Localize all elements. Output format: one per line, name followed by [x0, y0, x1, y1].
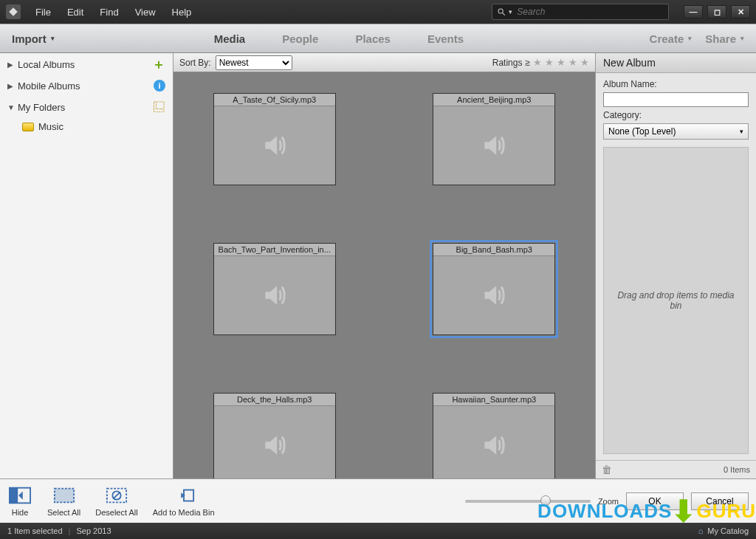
cancel-button[interactable]: Cancel: [691, 492, 749, 510]
menu-find[interactable]: Find: [92, 4, 126, 21]
search-icon: [497, 7, 506, 17]
media-bin-drop-area[interactable]: Drag and drop items to media bin: [603, 147, 749, 454]
svg-point-1: [498, 9, 503, 13]
chevron-down-icon: ▾: [51, 35, 55, 42]
thumbnail-item[interactable]: A_Taste_Of_Sicily.mp3: [213, 93, 336, 185]
deselect-all-icon: [104, 486, 129, 505]
deselect-all-button[interactable]: Deselect All: [95, 486, 137, 517]
slider-knob[interactable]: [540, 495, 551, 506]
menu-help[interactable]: Help: [165, 4, 199, 21]
tab-events[interactable]: Events: [416, 30, 475, 48]
audio-icon: [433, 406, 554, 478]
sort-by-select[interactable]: Newest: [216, 55, 292, 70]
thumbnail-filename: Hawaiian_Saunter.mp3: [433, 394, 554, 406]
thumbnail-item[interactable]: Big_Band_Bash.mp3: [433, 243, 555, 335]
thumbnail-filename: Big_Band_Bash.mp3: [433, 244, 554, 256]
sidebar-subitem-music[interactable]: Music: [0, 118, 173, 135]
tree-view-icon[interactable]: ⿺: [152, 100, 165, 114]
thumbnail-item[interactable]: Deck_the_Halls.mp3: [213, 393, 336, 478]
left-sidebar: ▶ Local Albums ＋ ▶ Mobile Albums i ▼ My …: [0, 53, 173, 478]
status-date: Sep 2013: [76, 526, 111, 535]
svg-line-2: [503, 13, 505, 16]
panel-title: New Album: [596, 53, 756, 73]
share-button[interactable]: Share▾: [705, 32, 744, 45]
info-icon[interactable]: i: [154, 80, 165, 92]
ok-button[interactable]: OK: [626, 492, 684, 510]
status-bar: 1 Item selected | Sep 2013 ⌂ My Catalog: [0, 523, 756, 539]
thumbnail-filename: Deck_the_Halls.mp3: [214, 394, 335, 406]
trash-icon[interactable]: 🗑: [602, 464, 612, 476]
select-all-button[interactable]: Select All: [47, 486, 80, 517]
home-icon[interactable]: ⌂: [698, 526, 704, 535]
album-name-label: Album Name:: [603, 79, 749, 89]
window-minimize-button[interactable]: —: [684, 5, 703, 18]
audio-icon: [214, 256, 335, 334]
items-count: 0 Items: [724, 465, 750, 474]
nav-tabs: Media People Places Events: [202, 30, 475, 48]
ratings-label: Ratings: [492, 58, 523, 68]
ratings-operator-icon[interactable]: ≥: [525, 58, 530, 68]
sort-by-label: Sort By:: [179, 58, 211, 68]
thumbnail-filename: Ancient_Beijing.mp3: [433, 94, 554, 106]
action-bar: Hide Select All Deselect All Add to Medi…: [0, 478, 756, 523]
rating-star-5[interactable]: ★: [580, 57, 589, 68]
tab-media[interactable]: Media: [202, 30, 258, 48]
main-area: ▶ Local Albums ＋ ▶ Mobile Albums i ▼ My …: [0, 53, 756, 478]
svg-line-10: [113, 492, 120, 498]
menu-file[interactable]: File: [28, 4, 58, 21]
sidebar-item-local-albums[interactable]: ▶ Local Albums ＋: [0, 53, 173, 75]
category-label: Category:: [603, 110, 749, 120]
rating-star-3[interactable]: ★: [557, 57, 566, 68]
disclosure-triangle-icon: ▶: [7, 82, 18, 90]
menu-view[interactable]: View: [128, 4, 163, 21]
status-selected: 1 Item selected: [7, 526, 63, 535]
import-button[interactable]: Import ▾: [12, 32, 55, 45]
app-logo: [6, 4, 21, 19]
search-box[interactable]: ▾: [492, 4, 669, 20]
thumbnail-grid[interactable]: A_Taste_Of_Sicily.mp3Ancient_Beijing.mp3…: [173, 72, 595, 478]
hide-panel-button[interactable]: Hide: [7, 486, 32, 517]
thumbnail-filename: Bach_Two_Part_Invention_in...: [214, 244, 335, 256]
thumbnail-filename: A_Taste_Of_Sicily.mp3: [214, 94, 335, 106]
window-close-button[interactable]: ✕: [731, 5, 750, 18]
chevron-down-icon: ▾: [688, 35, 692, 42]
rating-star-4[interactable]: ★: [568, 57, 577, 68]
sidebar-item-mobile-albums[interactable]: ▶ Mobile Albums i: [0, 75, 173, 96]
sort-bar: Sort By: Newest Ratings ≥ ★ ★ ★ ★ ★: [173, 53, 595, 72]
tab-places[interactable]: Places: [343, 30, 402, 48]
thumbnail-item[interactable]: Bach_Two_Part_Invention_in...: [213, 243, 336, 335]
svg-marker-5: [18, 491, 23, 499]
category-select[interactable]: None (Top Level) ▾: [603, 123, 749, 140]
status-catalog: My Catalog: [707, 526, 749, 535]
tab-people[interactable]: People: [270, 30, 330, 48]
select-all-icon: [52, 486, 77, 505]
folder-icon: [22, 123, 34, 131]
rating-star-2[interactable]: ★: [545, 57, 554, 68]
svg-rect-4: [10, 487, 18, 503]
add-to-media-bin-button[interactable]: Add to Media Bin: [153, 486, 215, 517]
thumbnail-item[interactable]: Hawaiian_Saunter.mp3: [433, 393, 555, 478]
sidebar-item-my-folders[interactable]: ▼ My Folders ⿺: [0, 96, 173, 118]
window-maximize-button[interactable]: ◻: [707, 5, 726, 18]
svg-rect-6: [55, 488, 74, 502]
zoom-slider[interactable]: [465, 500, 591, 503]
search-input[interactable]: [517, 7, 664, 17]
audio-icon: [214, 106, 335, 185]
rating-star-1[interactable]: ★: [533, 57, 542, 68]
thumbnail-item[interactable]: Ancient_Beijing.mp3: [433, 93, 555, 185]
chevron-down-icon: ▾: [740, 128, 743, 135]
create-button[interactable]: Create▾: [650, 32, 693, 45]
add-to-bin-icon: [171, 486, 196, 505]
disclosure-triangle-icon: ▶: [7, 61, 18, 69]
album-name-input[interactable]: [603, 92, 749, 107]
chevron-down-icon: ▾: [740, 35, 744, 42]
menu-edit[interactable]: Edit: [60, 4, 91, 21]
menubar: File Edit Find View Help ▾ — ◻ ✕: [0, 0, 756, 24]
audio-icon: [433, 106, 554, 185]
audio-icon: [214, 406, 335, 478]
plus-icon[interactable]: ＋: [152, 58, 165, 71]
center-panel: Sort By: Newest Ratings ≥ ★ ★ ★ ★ ★ A_Ta…: [173, 53, 595, 478]
search-dropdown-icon[interactable]: ▾: [509, 8, 512, 16]
import-label: Import: [12, 32, 47, 45]
right-panel: New Album Album Name: Category: None (To…: [595, 53, 756, 478]
